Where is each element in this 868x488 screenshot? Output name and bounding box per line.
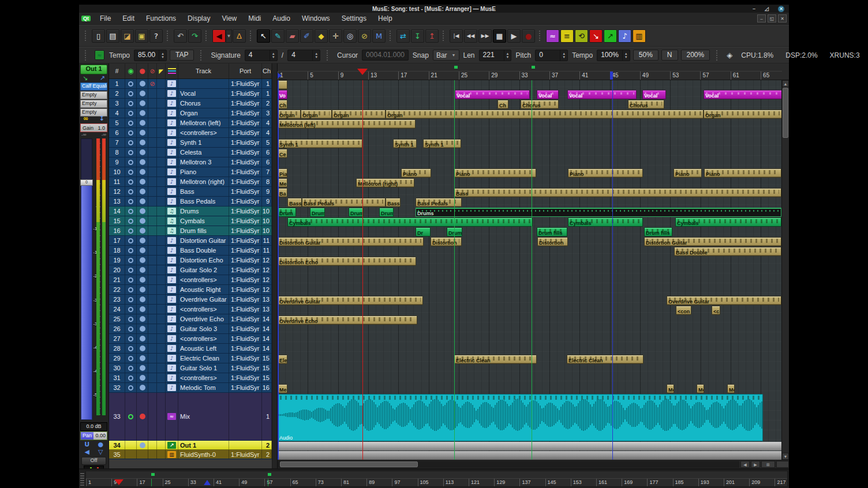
track-row[interactable]: 29♪Electric Clean1:FluidSyr15 xyxy=(109,354,272,363)
toolbar-grip[interactable] xyxy=(443,29,446,42)
zoom-tool-corner-button[interactable]: ⊞ xyxy=(761,461,775,468)
splitter-handle[interactable] xyxy=(272,63,278,468)
flag-cell[interactable] xyxy=(157,118,166,127)
arranger-part[interactable]: Distortion Guitar xyxy=(278,237,424,246)
flag-cell[interactable] xyxy=(157,305,166,314)
mute-indicator[interactable] xyxy=(148,334,157,343)
track-name[interactable]: Drums xyxy=(178,207,229,216)
mute-indicator[interactable] xyxy=(148,324,157,333)
track-port[interactable]: 1:FluidSyr xyxy=(229,450,262,459)
record-indicator[interactable] xyxy=(137,354,148,363)
record-indicator[interactable] xyxy=(137,216,148,226)
track-port[interactable]: 1:FluidSyr xyxy=(229,79,262,88)
solo-indicator[interactable] xyxy=(125,285,137,294)
track-channel[interactable]: 10 xyxy=(262,216,272,226)
track-port[interactable]: 1:FluidSyr xyxy=(229,138,262,147)
track-name[interactable]: Organ xyxy=(178,108,229,118)
automation-icon[interactable]: ↧ xyxy=(99,115,104,122)
track-type-icon[interactable]: ♪ xyxy=(166,305,178,314)
arranger-part[interactable]: Synth 1 xyxy=(278,139,362,148)
record-indicator[interactable] xyxy=(137,324,148,333)
close-button[interactable]: ✕ xyxy=(778,6,784,12)
open-button[interactable]: ◪ xyxy=(121,29,134,43)
arranger-part[interactable]: Synth 1 xyxy=(393,139,417,148)
punch-in-button[interactable]: ↧ xyxy=(411,29,424,43)
glue-tool-button[interactable]: ◆ xyxy=(315,29,328,43)
track-type-icon[interactable]: ≈ xyxy=(166,393,178,440)
mute-indicator[interactable] xyxy=(148,383,157,392)
track-name[interactable]: Guitar Solo 2 xyxy=(178,265,229,275)
track-row[interactable]: 12♪Bass1:FluidSyr9 xyxy=(109,187,272,197)
monitor-icon[interactable]: ▽ xyxy=(94,448,108,456)
track-type-icon[interactable]: ♪ xyxy=(166,334,178,343)
tempo-spinbox[interactable]: 85.00▲▼ xyxy=(134,50,167,61)
flag-cell[interactable] xyxy=(157,89,166,98)
track-row[interactable]: 10♪Piano1:FluidSyr7 xyxy=(109,167,272,177)
track-type-icon[interactable]: ♫ xyxy=(166,207,178,216)
mute-column-icon[interactable]: ⊘ xyxy=(148,63,157,78)
automation-off-button[interactable]: Off xyxy=(81,457,106,465)
mute-indicator[interactable] xyxy=(148,167,157,177)
fader-handle[interactable]: 0 xyxy=(80,179,93,186)
solo-indicator[interactable] xyxy=(125,441,137,449)
track-channel[interactable]: 9 xyxy=(262,187,272,196)
track-channel[interactable]: 14 xyxy=(262,344,272,353)
arranger-part[interactable] xyxy=(278,80,287,89)
solo-indicator[interactable] xyxy=(125,324,137,333)
solo-indicator[interactable] xyxy=(125,148,137,157)
track-channel[interactable]: 14 xyxy=(262,334,272,343)
track-type-icon[interactable]: ♪ xyxy=(166,295,178,304)
track-type-icon[interactable]: ♪ xyxy=(166,118,178,127)
flag-cell[interactable] xyxy=(157,393,166,440)
track-port[interactable]: 1:FluidSyr xyxy=(229,216,262,226)
arranger-part[interactable]: Piano xyxy=(568,168,643,178)
track-port[interactable]: 1:FluidSyr xyxy=(229,285,262,294)
restore-button[interactable]: ◿ xyxy=(765,6,769,12)
record-indicator[interactable] xyxy=(137,226,148,235)
mute-indicator[interactable] xyxy=(148,89,157,98)
track-channel[interactable]: 2 xyxy=(262,441,272,449)
arranger-part[interactable]: Me xyxy=(278,178,287,187)
record-indicator[interactable] xyxy=(137,295,148,304)
track-channel[interactable]: 13 xyxy=(262,295,272,304)
flag-cell[interactable] xyxy=(157,148,166,157)
arranger-part[interactable]: Bass Pedals xyxy=(416,198,462,207)
record-indicator[interactable] xyxy=(137,99,148,108)
mute-indicator[interactable] xyxy=(148,99,157,108)
marker-flag-icon[interactable] xyxy=(532,66,535,69)
track-port[interactable]: 1:FluidSyr xyxy=(229,108,262,118)
solo-indicator[interactable] xyxy=(125,99,137,108)
mdi-restore-button[interactable]: ◱ xyxy=(768,14,776,22)
col-num[interactable]: # xyxy=(109,63,125,78)
mute-indicator[interactable] xyxy=(148,128,157,137)
track-port[interactable]: 1:FluidSyr xyxy=(229,344,262,353)
solo-indicator[interactable] xyxy=(125,226,137,235)
track-port[interactable]: 1:FluidSyr xyxy=(229,128,262,137)
track-type-icon[interactable]: ♪ xyxy=(166,99,178,108)
arranger-part[interactable]: Distortion Echo xyxy=(278,257,416,266)
flag-cell[interactable] xyxy=(157,265,166,275)
flag-cell[interactable] xyxy=(157,197,166,206)
track-channel[interactable]: 2 xyxy=(262,99,272,108)
track-type-icon[interactable]: ♫ xyxy=(166,216,178,226)
arranger-part[interactable]: Bass Pedals xyxy=(302,198,386,207)
track-name[interactable] xyxy=(178,79,229,88)
mute-indicator[interactable] xyxy=(148,314,157,324)
track-port[interactable] xyxy=(229,441,262,449)
track-channel[interactable]: 10 xyxy=(262,207,272,216)
list-editor-button[interactable]: ≡ xyxy=(560,29,574,43)
track-row[interactable]: 22♪Acoustic Right1:FluidSyr12 xyxy=(109,285,272,295)
track-row[interactable]: 20♪Guitar Solo 21:FluidSyr12 xyxy=(109,265,272,275)
arranger-part[interactable]: Pia xyxy=(278,168,287,178)
left-locator-icon[interactable] xyxy=(278,73,282,78)
whats-this-button[interactable]: ? xyxy=(149,29,163,43)
snap-select[interactable]: Bar▼ xyxy=(433,50,459,61)
input-routing-icon[interactable]: ↘ xyxy=(83,74,88,82)
track-type-icon[interactable]: ♪ xyxy=(166,285,178,294)
mute-indicator[interactable] xyxy=(148,187,157,196)
track-row[interactable]: 16♫Drum fills1:FluidSyr10 xyxy=(109,226,272,236)
track-port[interactable]: 1:FluidSyr xyxy=(229,275,262,284)
solo-indicator[interactable] xyxy=(125,314,137,324)
track-port[interactable]: 1:FluidSyr xyxy=(229,207,262,216)
arranger-part[interactable]: Drum fills xyxy=(644,227,672,237)
